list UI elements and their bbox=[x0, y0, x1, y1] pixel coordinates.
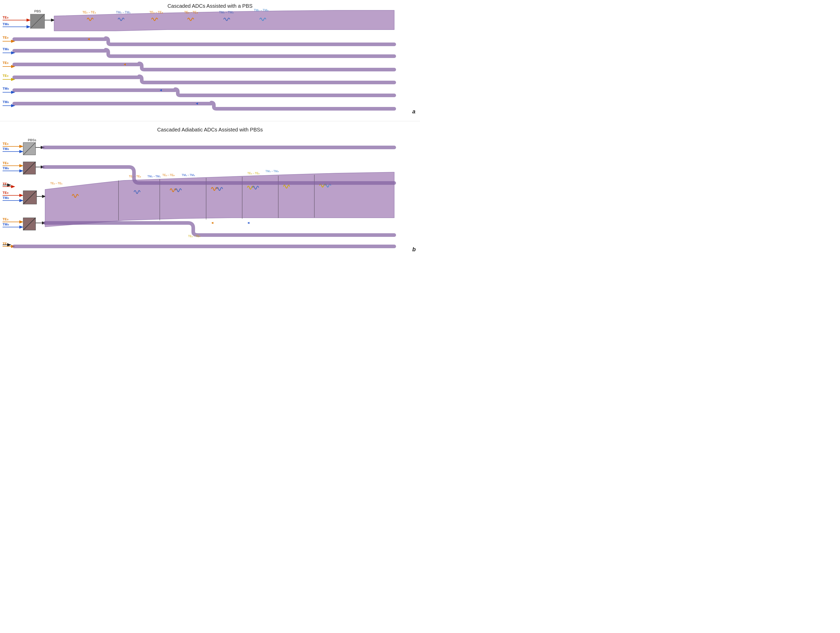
pbs-label-a: PBS bbox=[34, 9, 41, 13]
te0-label-3: TE₀ bbox=[3, 74, 8, 78]
wg-bus-6 bbox=[14, 103, 394, 109]
wg-bus-3 bbox=[14, 63, 394, 70]
b-tm0-1: TM₀ bbox=[3, 147, 9, 151]
conv-label-te0te3: TE₀→TE₃ bbox=[184, 11, 198, 14]
te0-label-1: TE₀ bbox=[3, 36, 8, 40]
pbss-label: PBSs bbox=[28, 138, 36, 142]
tm0-pbs-label: TM₀ bbox=[3, 22, 9, 26]
tm0-label-2: TM₀ bbox=[3, 87, 9, 90]
conv-label-tm0tm3: TM₀→TM₃ bbox=[254, 8, 268, 12]
b-tm0-4: TM₀ bbox=[3, 222, 9, 226]
b-te0-1: TE₀ bbox=[3, 142, 8, 146]
label-b: b bbox=[412, 246, 415, 253]
b-conv-tm0tm3: TM₀→TM₃ bbox=[265, 169, 278, 172]
main-waveguide-b bbox=[45, 172, 394, 227]
b-conv-tm0tm2: TM₀→TM₂ bbox=[182, 174, 195, 177]
b-te0-4: TE₀ bbox=[3, 217, 8, 221]
b-wg-arr-2 bbox=[247, 222, 249, 224]
page-container: Cascaded ADCs Assisted with a PBS PBS TE… bbox=[0, 0, 420, 316]
b-conv-te0te3: TE₀→TE₃ bbox=[162, 174, 174, 177]
te0-label-2: TE₀ bbox=[3, 61, 8, 65]
b-conv-te1te2: TE₁→TE₂ bbox=[247, 172, 259, 175]
conv-label-tm0tm1: TM₀→TM₁ bbox=[116, 11, 131, 14]
conv-label-te0te2: TE₀→TE₂ bbox=[150, 11, 163, 14]
b-te0-2: TE₀ bbox=[3, 161, 8, 165]
wg-bus-1 bbox=[14, 38, 394, 44]
b-tm0-2: TM₀ bbox=[3, 166, 9, 170]
conv-label-tm0tm2: TM₀→TM₂ bbox=[219, 11, 234, 14]
title-b: Cascaded Adiabatic ADCs Assisted with PB… bbox=[157, 127, 263, 133]
b-conv-te0te1: TE₀→TE₁ bbox=[50, 182, 62, 185]
conv-label-te0te1: TE₀→TE₁ bbox=[82, 11, 96, 14]
b-tm0-3: TM₀ bbox=[3, 196, 9, 200]
tm0-label-1: TM₀ bbox=[3, 47, 9, 51]
b-wg-arr-1 bbox=[211, 222, 213, 224]
wg-bus-5 bbox=[14, 89, 394, 95]
b-te0-3: TE₀ bbox=[3, 191, 8, 195]
title-a: Cascaded ADCs Assisted with a PBS bbox=[167, 3, 253, 9]
te0-pbs-label: TE₀ bbox=[3, 16, 8, 19]
wg-bus-4 bbox=[14, 76, 394, 82]
tm0-label-3: TM₀ bbox=[3, 100, 9, 104]
label-a: a bbox=[412, 108, 415, 115]
b-wg-3 bbox=[45, 223, 394, 235]
wg-bus-2 bbox=[14, 50, 394, 56]
b-conv-te0te4: TE₀→TE₄ bbox=[188, 234, 201, 237]
b-conv-tm0tm1: TM₀→TM₁ bbox=[147, 175, 161, 178]
